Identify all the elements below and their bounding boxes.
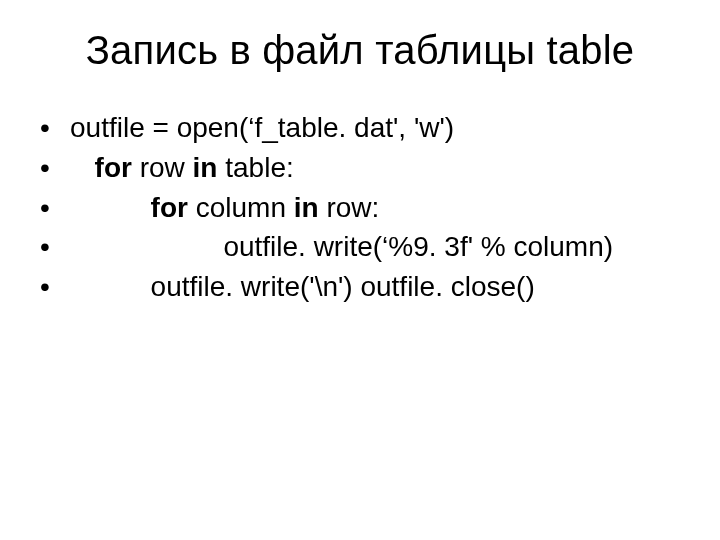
list-item: outfile. write('\n') outfile. close() — [40, 268, 684, 306]
list-item: outfile. write(‘%9. 3f' % column) — [40, 228, 684, 266]
code-text: outfile = open(‘f_table. dat', 'w') — [70, 112, 454, 143]
slide: Запись в файл таблицы table outfile = op… — [0, 0, 720, 540]
keyword-for: for — [95, 152, 132, 183]
code-text: outfile. write(‘%9. 3f' % column) — [223, 231, 613, 262]
list-item: for column in row: — [40, 189, 684, 227]
keyword-in: in — [193, 152, 218, 183]
code-text: row — [132, 152, 193, 183]
bullet-list: outfile = open(‘f_table. dat', 'w') for … — [36, 109, 684, 306]
list-item: outfile = open(‘f_table. dat', 'w') — [40, 109, 684, 147]
slide-title: Запись в файл таблицы table — [36, 28, 684, 73]
code-text: row: — [319, 192, 380, 223]
keyword-in: in — [294, 192, 319, 223]
list-item: for row in table: — [40, 149, 684, 187]
code-text: column — [188, 192, 294, 223]
code-text: outfile. write('\n') outfile. close() — [151, 271, 535, 302]
code-text: table: — [217, 152, 293, 183]
keyword-for: for — [151, 192, 188, 223]
